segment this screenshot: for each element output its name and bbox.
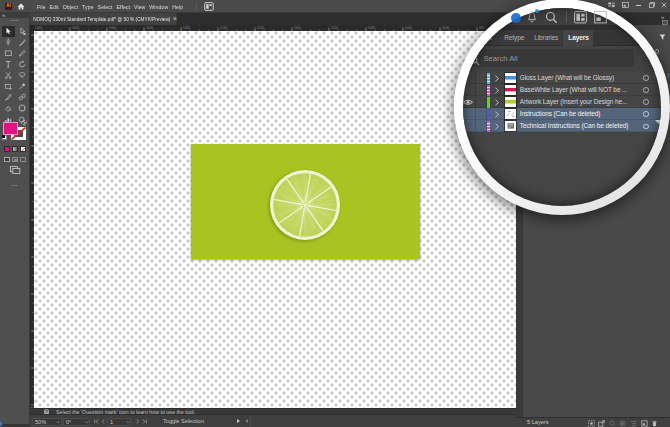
collect-for-export-icon[interactable] <box>598 420 605 427</box>
tools-panel: « … <box>0 13 30 424</box>
hand-tool[interactable] <box>16 70 29 81</box>
lime-slice-image <box>191 144 420 259</box>
minimize-button[interactable] <box>636 5 641 6</box>
default-swatches-icon[interactable] <box>2 135 7 140</box>
rotation-dropdown[interactable]: 0° <box>63 418 90 426</box>
new-sublayer-icon[interactable] <box>630 420 637 427</box>
draw-behind-button[interactable] <box>12 157 18 163</box>
first-artboard-icon[interactable] <box>94 419 99 424</box>
search-layers-icon[interactable] <box>609 420 616 427</box>
close-button[interactable] <box>661 2 667 8</box>
menu-item-effect[interactable]: Effect <box>116 3 130 10</box>
blend-tool[interactable] <box>16 92 29 103</box>
layer-target-icon[interactable] <box>643 75 649 81</box>
expand-chevron-icon[interactable] <box>494 111 500 118</box>
toolbar-overflow-icon[interactable]: … <box>11 180 19 187</box>
layers-panel-footer: 5 Layers <box>516 417 670 427</box>
layer-thumbnail[interactable] <box>505 73 517 83</box>
layer-target-icon[interactable] <box>643 124 649 130</box>
restore-button[interactable] <box>649 2 655 8</box>
expand-chevron-icon[interactable] <box>494 99 500 106</box>
screen-mode-icon[interactable] <box>10 166 21 174</box>
expand-chevron-icon[interactable] <box>494 87 500 94</box>
layer-target-icon[interactable] <box>643 99 649 105</box>
status-divider <box>250 416 251 427</box>
svg-text:1440: 1440 <box>35 26 42 30</box>
toolbar-grip[interactable] <box>10 20 19 21</box>
prev-artboard-icon[interactable] <box>101 419 105 424</box>
shape-builder-tool[interactable] <box>2 81 15 92</box>
zoom-dropdown[interactable]: 50% <box>32 418 62 426</box>
delete-layer-icon[interactable] <box>651 420 658 427</box>
pen-tool[interactable] <box>2 37 15 48</box>
locate-object-icon[interactable] <box>588 420 595 427</box>
expand-chevron-icon[interactable] <box>494 75 500 82</box>
expand-chevron-icon[interactable] <box>494 123 500 130</box>
layer-color-bar <box>487 85 490 96</box>
new-layer-icon[interactable] <box>641 420 648 427</box>
home-icon[interactable] <box>17 3 25 10</box>
tab-close-icon[interactable]: × <box>170 13 180 25</box>
menu-item-help[interactable]: Help <box>172 3 183 10</box>
filter-icon[interactable] <box>659 34 666 41</box>
menu-item-window[interactable]: Window <box>149 3 168 10</box>
layer-thumbnail[interactable] <box>505 97 517 107</box>
fill-swatch[interactable] <box>3 122 18 135</box>
menu-item-object[interactable]: Object <box>63 3 79 10</box>
menu-item-view[interactable]: View <box>134 3 146 10</box>
color-fill-button[interactable] <box>4 146 10 152</box>
draw-normal-button[interactable] <box>4 157 10 163</box>
gradient-button[interactable] <box>12 146 18 152</box>
float-window-icon[interactable] <box>622 2 629 8</box>
canvas[interactable] <box>34 31 516 408</box>
artboard-number-field[interactable]: 1 <box>107 418 131 426</box>
eyedropper-tool[interactable] <box>16 81 29 92</box>
layer-thumbnail[interactable] <box>505 121 517 131</box>
app-logo-icon[interactable]: Ai <box>5 3 12 10</box>
layer-name[interactable]: Technical Instructions (Can be deleted) <box>520 120 628 132</box>
document-tab[interactable]: NOMOQ 330ml Standard Template.pdf* @ 50 … <box>30 13 176 25</box>
direct-selection-tool[interactable] <box>16 26 29 37</box>
svg-text:1120: 1120 <box>331 26 338 30</box>
paintbrush-tool[interactable] <box>16 37 29 48</box>
rotate-tool[interactable] <box>16 59 29 70</box>
pencil-tool[interactable] <box>16 48 29 59</box>
panel-tab-retype[interactable]: Retype <box>503 30 526 46</box>
clipping-mask-icon[interactable] <box>619 420 626 427</box>
artboard-tool[interactable] <box>16 103 29 114</box>
last-artboard-icon[interactable] <box>142 419 147 424</box>
panel-tab-s[interactable]: s <box>485 30 494 46</box>
selection-tool[interactable] <box>2 26 15 37</box>
eye-column-divider <box>475 72 476 132</box>
menu-item-type[interactable]: Type <box>82 3 94 10</box>
visibility-eye-icon[interactable] <box>463 99 473 106</box>
panel-tab-layers[interactable]: Layers <box>563 30 593 46</box>
none-button[interactable] <box>20 146 26 152</box>
panel-tab-libraries[interactable]: Libraries <box>533 30 560 46</box>
scissors-tool[interactable] <box>2 70 15 81</box>
artboard[interactable] <box>191 144 420 259</box>
menu-item-edit[interactable]: Edit <box>50 3 59 10</box>
layer-target-icon[interactable] <box>643 111 649 117</box>
arrange-documents-icon[interactable] <box>204 2 214 11</box>
eraser-tool[interactable] <box>2 103 15 114</box>
knife-tool[interactable] <box>2 92 15 103</box>
layer-name[interactable]: Instructions (Can be deleted) <box>520 108 601 120</box>
menu-item-select[interactable]: Select <box>98 3 113 10</box>
layer-thumbnail[interactable] <box>505 85 517 95</box>
toolbar-collapse-icon[interactable]: « <box>2 12 5 18</box>
type-tool[interactable] <box>2 59 15 70</box>
layer-thumbnail[interactable] <box>505 109 517 119</box>
draw-inside-button[interactable] <box>20 157 26 163</box>
swap-fill-stroke-icon[interactable] <box>20 119 28 126</box>
layer-name[interactable]: Gloss Layer (What will be Glossy) <box>520 72 614 84</box>
next-artboard-icon[interactable] <box>136 419 140 424</box>
layer-name[interactable]: Artwork Layer (Insert your Design he... <box>520 96 627 108</box>
rectangle-tool[interactable] <box>2 48 15 59</box>
menu-item-file[interactable]: File <box>37 3 46 10</box>
dock-panel-icon[interactable] <box>662 20 668 25</box>
layer-name[interactable]: BaseWhite Layer (What will NOT be ... <box>520 84 627 96</box>
workspace-grid-icon[interactable] <box>608 2 615 8</box>
status-flyout-icon[interactable] <box>237 419 240 423</box>
layer-target-icon[interactable] <box>643 87 649 93</box>
